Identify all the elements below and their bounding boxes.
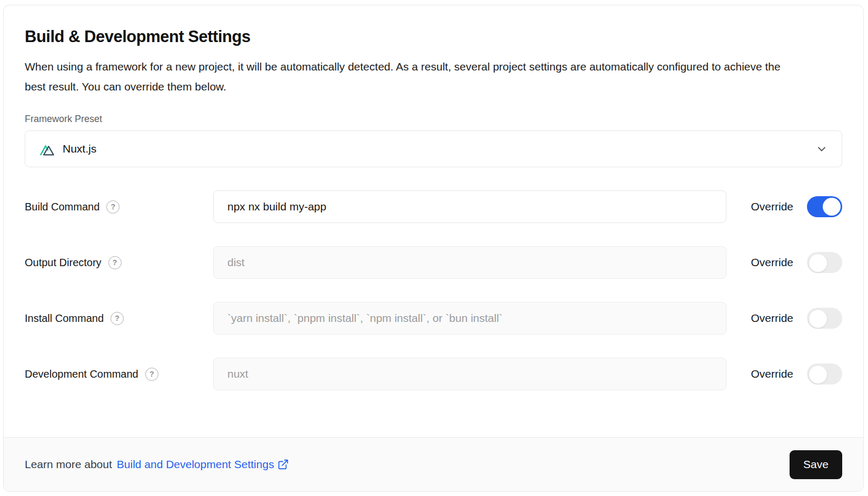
nuxt-logo-icon [39,142,55,156]
question-circle-icon[interactable] [145,368,158,381]
output-directory-input [213,246,726,279]
framework-preset-selected: Nuxt.js [39,142,96,156]
development-command-label: Development Command [25,368,138,380]
framework-preset-value: Nuxt.js [63,143,96,155]
override-label: Override [751,368,793,380]
output-directory-row: Output Directory Override [25,246,842,279]
build-command-input[interactable] [213,190,726,223]
install-command-input [213,302,726,335]
learn-more-prefix: Learn more about [25,458,112,471]
external-link-icon [277,459,289,470]
development-command-row: Development Command Override [25,358,842,390]
card-body: Build & Development Settings When using … [4,5,863,437]
build-command-label: Build Command [25,201,99,213]
framework-preset-select[interactable]: Nuxt.js [25,130,842,167]
output-directory-label: Output Directory [25,257,102,269]
question-circle-icon[interactable] [111,312,124,325]
development-command-override-toggle[interactable] [807,363,842,384]
learn-more-text: Learn more about Build and Development S… [25,458,289,471]
install-command-row: Install Command Override [25,302,842,335]
settings-description: When using a framework for a new project… [25,57,801,97]
save-button[interactable]: Save [790,450,842,479]
question-circle-icon[interactable] [106,200,119,214]
card-footer: Learn more about Build and Development S… [4,437,863,491]
override-label: Override [751,312,793,325]
build-dev-settings-link[interactable]: Build and Development Settings [117,458,289,471]
development-command-input [213,358,726,390]
install-command-label: Install Command [25,312,104,325]
output-directory-override-toggle[interactable] [807,252,842,273]
chevron-down-icon [815,143,828,155]
build-command-row: Build Command Override [25,190,842,223]
question-circle-icon[interactable] [108,256,122,269]
page-title: Build & Development Settings [25,27,842,46]
override-label: Override [751,256,793,269]
install-command-override-toggle[interactable] [807,308,842,329]
settings-rows: Build Command Override Output Directory … [25,190,842,390]
build-command-override-toggle[interactable] [807,196,842,217]
framework-preset-label: Framework Preset [25,114,842,125]
override-label: Override [751,200,793,213]
build-dev-settings-card: Build & Development Settings When using … [3,5,864,492]
